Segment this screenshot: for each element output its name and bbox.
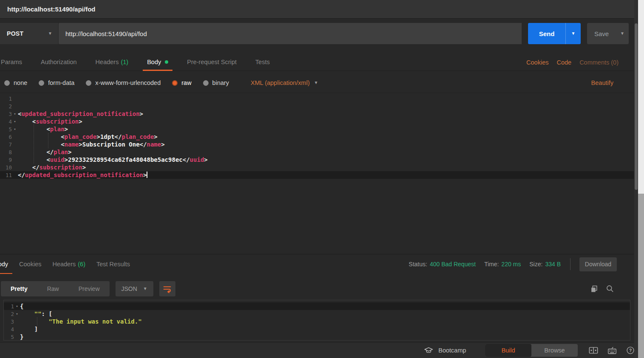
- response-tab-body[interactable]: Body: [0, 254, 8, 274]
- tab-label: Headers: [96, 59, 119, 65]
- app-scrollbar[interactable]: [634, 0, 638, 358]
- fold-caret-icon[interactable]: ▾: [14, 304, 20, 308]
- two-pane-view-icon: [589, 347, 598, 354]
- tab-pre-request-script[interactable]: Pre-request Script: [187, 54, 237, 71]
- fold-caret-icon[interactable]: ▾: [12, 112, 18, 116]
- send-button[interactable]: Send ▼: [528, 23, 581, 44]
- body-type-binary[interactable]: binary: [203, 79, 229, 86]
- keyboard-shortcuts-button[interactable]: [607, 346, 617, 355]
- code-text: </plan>: [18, 148, 71, 156]
- code-line: 4 ]: [4, 325, 630, 333]
- chevron-down-icon: ▼: [48, 31, 52, 36]
- code-line: 2: [0, 102, 634, 110]
- url-input[interactable]: [59, 30, 522, 37]
- code-text: ]: [20, 325, 38, 333]
- code-text: "The input was not valid.": [20, 318, 142, 325]
- view-pretty[interactable]: Pretty: [1, 281, 37, 296]
- request-body-editor[interactable]: 123▾<updated_subscription_notification>4…: [0, 93, 634, 251]
- tab-label: Body: [147, 59, 161, 65]
- code-token: plan: [50, 126, 65, 132]
- body-type-x-www-form-urlencoded[interactable]: x-www-form-urlencoded: [86, 79, 161, 86]
- view-preview[interactable]: Preview: [69, 281, 110, 296]
- code-text: <name>Subscription One</name>: [18, 141, 165, 148]
- code-text: <subscription>: [18, 118, 82, 125]
- content-type-select[interactable]: XML (application/xml) ▼: [251, 79, 318, 87]
- help-button[interactable]: ?: [626, 346, 635, 355]
- tab-label: Test Results: [96, 261, 130, 268]
- code-text: <updated_subscription_notification>: [18, 110, 143, 118]
- code-token: >: [140, 110, 143, 117]
- code-line: 3 "The input was not valid.": [4, 318, 630, 325]
- code-line: 2▾ "": [: [4, 310, 630, 318]
- app-scrollbar-thumb[interactable]: [635, 23, 638, 190]
- tab-label: Cookies: [19, 261, 41, 268]
- request-tabs: ParamsAuthorizationHeaders(1)BodyPre-req…: [0, 54, 634, 71]
- method-select[interactable]: POST ▼: [0, 23, 58, 44]
- response-tab-headers[interactable]: Headers(6): [52, 254, 85, 274]
- line-number: 11: [0, 172, 12, 178]
- radio-label: raw: [181, 79, 191, 86]
- code-token: }: [20, 333, 23, 340]
- save-options-button[interactable]: ▼: [616, 23, 629, 44]
- comments-0-link[interactable]: Comments (0): [579, 59, 619, 66]
- download-button[interactable]: Download: [579, 257, 617, 271]
- code-line: 10 </subscription>: [0, 163, 634, 171]
- cookies-link[interactable]: Cookies: [526, 59, 548, 66]
- body-type-form-data[interactable]: form-data: [39, 79, 74, 86]
- code-token: 292332928954ca62fa48048be5ac98ec: [68, 156, 183, 163]
- code-token: </: [140, 141, 147, 148]
- window-scrollbar[interactable]: [638, 0, 644, 358]
- code-token: </: [18, 149, 54, 155]
- code-token: uuid: [190, 156, 204, 163]
- radio-label: form-data: [48, 79, 74, 86]
- method-value: POST: [7, 30, 23, 37]
- line-number: 2: [4, 311, 14, 317]
- tab-authorization[interactable]: Authorization: [41, 54, 77, 71]
- status-value: 400 Bad Request: [430, 261, 476, 268]
- line-number: 10: [0, 164, 12, 171]
- window-scrollbar-thumb[interactable]: [638, 0, 644, 194]
- line-number: 1: [0, 96, 12, 102]
- bottom-status-bar: Bootcamp Build Browse ?: [0, 342, 644, 358]
- chevron-down-icon: ▼: [143, 287, 147, 291]
- two-pane-view-button[interactable]: [589, 347, 598, 354]
- code-token: updated_subscription_notification: [25, 172, 143, 178]
- fold-caret-icon[interactable]: ▾: [12, 127, 18, 131]
- tab-label: Tests: [255, 59, 270, 65]
- copy-icon: [590, 285, 598, 293]
- line-number: 6: [0, 134, 12, 140]
- code-token: 1dpt: [100, 133, 115, 140]
- tab-body[interactable]: Body: [147, 54, 168, 71]
- tab-params[interactable]: Params: [1, 54, 22, 71]
- search-button[interactable]: [606, 285, 614, 293]
- time-value: 220 ms: [501, 261, 521, 268]
- view-raw[interactable]: Raw: [37, 281, 69, 296]
- fold-caret-icon[interactable]: ▾: [12, 119, 18, 124]
- fold-caret-icon[interactable]: ▾: [14, 312, 20, 316]
- tab-tests[interactable]: Tests: [255, 54, 270, 71]
- send-label: Send: [528, 23, 565, 44]
- beautify-button[interactable]: Beautify: [591, 79, 613, 86]
- chevron-down-icon: ▼: [620, 31, 624, 36]
- code-token: >: [79, 118, 82, 125]
- body-type-none[interactable]: none: [4, 79, 27, 86]
- response-tab-cookies[interactable]: Cookies: [19, 254, 41, 274]
- browse-toggle[interactable]: Browse: [531, 344, 578, 357]
- response-format-select[interactable]: JSON ▼: [116, 281, 153, 296]
- line-number: 5: [4, 334, 14, 340]
- body-type-raw[interactable]: raw: [172, 79, 191, 86]
- content-type-value: XML (application/xml): [251, 79, 310, 87]
- tab-headers[interactable]: Headers(1): [96, 54, 129, 71]
- wrap-text-button[interactable]: [159, 281, 175, 296]
- response-tab-test-results[interactable]: Test Results: [96, 254, 130, 274]
- chevron-down-icon: ▼: [571, 31, 576, 36]
- code-text: </updated_subscription_notification>: [18, 171, 147, 179]
- save-button[interactable]: Save ▼: [587, 23, 629, 44]
- send-options-button[interactable]: ▼: [565, 23, 581, 44]
- copy-button[interactable]: [590, 285, 598, 293]
- response-body-viewer[interactable]: 1▾{2▾ "": [3 "The input was not valid."4…: [3, 300, 630, 341]
- bootcamp-button[interactable]: Bootcamp: [424, 347, 466, 354]
- code-link[interactable]: Code: [556, 59, 571, 66]
- tab-label: Params: [1, 59, 22, 65]
- build-toggle[interactable]: Build: [485, 344, 531, 357]
